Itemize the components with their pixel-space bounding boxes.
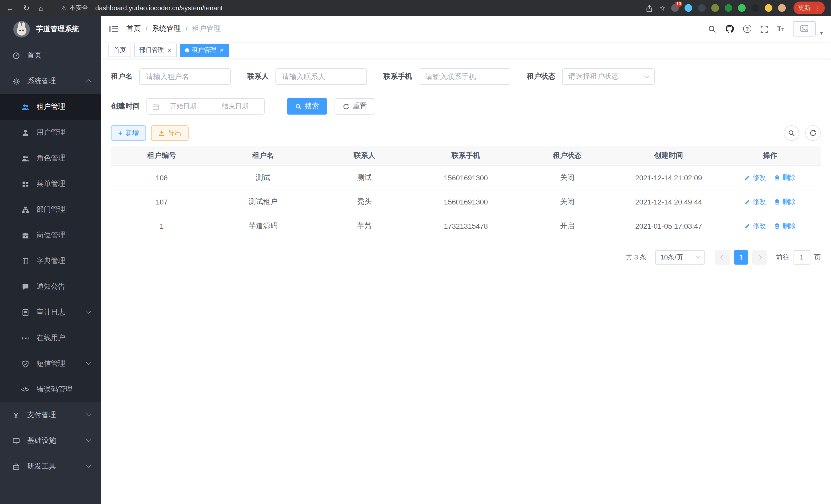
edit-link[interactable]: 修改 [744, 197, 766, 206]
fullscreen-icon[interactable] [760, 24, 768, 33]
goto-page-input[interactable] [793, 250, 810, 264]
user-icon [21, 129, 30, 137]
back-icon[interactable]: ← [6, 4, 14, 12]
extension-icon[interactable]: 10 [671, 4, 679, 12]
help-icon[interactable]: ? [743, 25, 751, 33]
col-actions: 操作 [719, 146, 821, 166]
cell-contact: 测试 [314, 166, 415, 189]
chevron-down-icon [696, 255, 700, 259]
cell-id: 107 [111, 189, 212, 214]
delete-link[interactable]: 删除 [774, 173, 796, 182]
address-bar[interactable]: dashboard.yudao.iocoder.cn/system/tenant [95, 4, 646, 12]
prev-page-button[interactable] [715, 250, 730, 264]
share-icon[interactable] [646, 4, 654, 12]
page-size-select[interactable]: 10条/页 [655, 250, 705, 264]
security-label: 不安全 [69, 4, 88, 12]
tenant-name-input[interactable] [139, 68, 231, 85]
sidebar-item-sms[interactable]: 短信管理 [0, 351, 101, 377]
extension-icon[interactable] [765, 4, 772, 12]
sidebar-item-menu[interactable]: 菜单管理 [0, 171, 101, 197]
message-icon [21, 283, 30, 291]
sidebar-item-errcode[interactable]: </> 错误码管理 [0, 377, 101, 402]
search-button[interactable]: 搜索 [287, 98, 327, 115]
edit-link[interactable]: 修改 [744, 221, 766, 230]
delete-link[interactable]: 删除 [774, 221, 796, 230]
user-avatar[interactable] [793, 21, 815, 36]
extension-icon[interactable] [698, 4, 706, 12]
sidebar-item-tenant[interactable]: 租户管理 [0, 94, 101, 120]
gear-icon [11, 77, 21, 85]
breadcrumb-separator: / [145, 25, 147, 33]
kebab-menu-icon[interactable]: ⋮ [814, 4, 820, 11]
app-logo-row[interactable]: 芋道管理系统 [0, 16, 101, 42]
sidebar-item-pay[interactable]: ¥ 支付管理 [0, 402, 101, 428]
create-time-range-picker[interactable]: 开始日期 - 结束日期 [146, 98, 265, 115]
home-icon[interactable]: ⌂ [39, 4, 44, 12]
extension-icon[interactable] [711, 4, 719, 12]
sidebar-toggle-icon[interactable] [109, 25, 118, 33]
extension-icon[interactable] [751, 4, 759, 12]
page-number-button[interactable]: 1 [734, 250, 748, 264]
cell-mobile: 15601691300 [415, 166, 517, 189]
sidebar-item-system[interactable]: 系统管理 [0, 68, 101, 94]
contact-mobile-input[interactable] [419, 68, 510, 85]
sidebar: 芋道管理系统 首页 系统管理 租户管 [0, 16, 101, 504]
toggle-search-button[interactable] [784, 125, 799, 141]
browser-update-button[interactable]: 更新 ⋮ [794, 2, 825, 14]
sidebar-item-notice[interactable]: 通知公告 [0, 274, 101, 299]
table-header-row: 租户编号 租户名 联系人 联系手机 租户状态 创建时间 操作 [111, 146, 821, 166]
caret-down-icon[interactable]: ▾ [820, 30, 823, 36]
monitor-icon [11, 437, 21, 445]
refresh-table-button[interactable] [805, 125, 821, 141]
sidebar-item-home[interactable]: 首页 [0, 42, 101, 68]
reset-button[interactable]: 重置 [335, 98, 375, 115]
col-tenant-id: 租户编号 [111, 146, 212, 166]
sidebar-item-online-users[interactable]: 在线用户 [0, 325, 101, 351]
signal-icon [21, 334, 30, 342]
breadcrumb-system[interactable]: 系统管理 [152, 24, 181, 33]
tag-home[interactable]: 首页 [109, 43, 131, 57]
warning-icon: ⚠ [61, 4, 66, 11]
tenant-users-icon [21, 103, 30, 111]
site-security-chip[interactable]: ⚠ 不安全 [61, 4, 88, 12]
next-page-button[interactable] [752, 250, 767, 264]
add-button[interactable]: + 新增 [111, 125, 146, 141]
tag-close-icon[interactable]: × [168, 47, 171, 53]
profile-avatar[interactable] [778, 4, 786, 12]
breadcrumb-home[interactable]: 首页 [126, 24, 141, 33]
sidebar-item-role[interactable]: 角色管理 [0, 145, 101, 171]
sidebar-item-infra[interactable]: 基础设施 [0, 428, 101, 454]
col-status: 租户状态 [516, 146, 618, 166]
sidebar-item-audit-log[interactable]: 审计日志 [0, 299, 101, 325]
export-button[interactable]: 导出 [151, 125, 189, 141]
delete-link[interactable]: 删除 [774, 197, 796, 206]
chevron-down-icon [86, 360, 91, 365]
font-size-icon[interactable]: TT [777, 25, 784, 33]
github-icon[interactable] [725, 24, 735, 34]
contact-name-input[interactable] [276, 68, 367, 85]
chevron-down-icon [645, 74, 649, 78]
tag-tenant[interactable]: 租户管理 × [180, 43, 229, 57]
dashboard-icon [11, 52, 21, 59]
extension-icon[interactable] [738, 4, 746, 12]
cell-status: 关闭 [516, 166, 618, 189]
sidebar-item-user[interactable]: 用户管理 [0, 120, 101, 145]
sidebar-item-post[interactable]: 岗位管理 [0, 223, 101, 248]
tenant-status-select[interactable]: 请选择租户状态 [562, 68, 655, 85]
extension-icon[interactable] [725, 4, 732, 12]
tag-close-icon[interactable]: × [220, 47, 224, 53]
shield-icon [21, 360, 30, 367]
plus-icon: + [118, 129, 122, 137]
reload-icon[interactable]: ↻ [23, 3, 30, 12]
search-icon[interactable] [708, 24, 716, 34]
sidebar-item-dept[interactable]: 部门管理 [0, 197, 101, 223]
top-navbar: 首页 / 系统管理 / 租户管理 ? [101, 16, 831, 41]
bookmark-star-icon[interactable]: ☆ [659, 4, 665, 12]
sidebar-item-dict[interactable]: 字典管理 [0, 248, 101, 274]
briefcase-icon [21, 232, 30, 239]
extension-icon[interactable] [685, 4, 692, 12]
tag-dept[interactable]: 部门管理 × [134, 43, 176, 57]
cell-mobile: 17321315478 [415, 214, 517, 238]
edit-link[interactable]: 修改 [744, 173, 766, 182]
sidebar-item-devtools[interactable]: 研发工具 [0, 454, 101, 479]
